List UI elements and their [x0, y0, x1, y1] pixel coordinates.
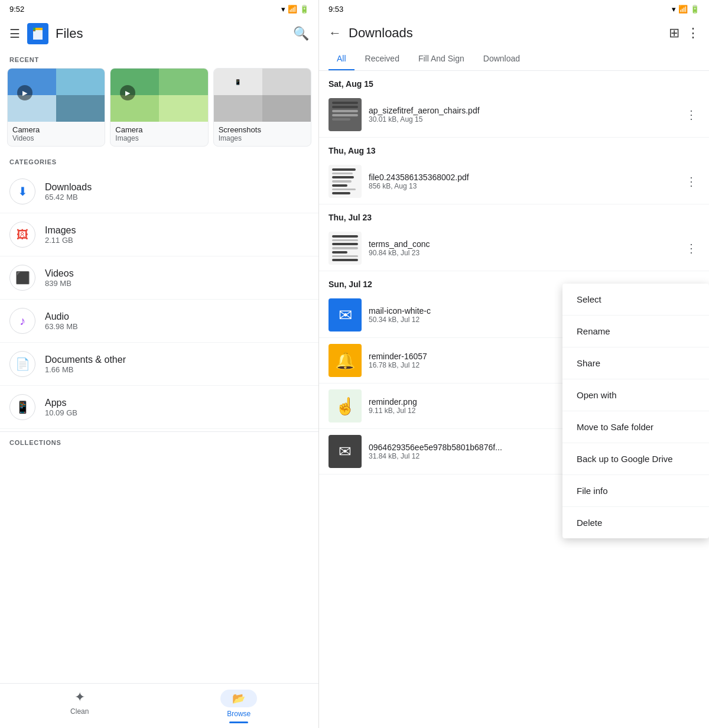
category-downloads[interactable]: ⬇ Downloads 65.42 MB: [0, 170, 318, 213]
right-status-bar: 9:53 ▾ 📶 🔋: [319, 0, 709, 18]
images-icon: 🖼: [17, 228, 28, 242]
file-meta-aeron: 30.01 kB, Aug 15: [369, 115, 676, 124]
tab-fill-and-sign[interactable]: Fill And Sign: [410, 48, 473, 70]
left-time: 9:52: [9, 5, 24, 14]
context-menu: Select Rename Share Open with Move to Sa…: [562, 284, 709, 538]
recent-card-screenshots[interactable]: 📱 Screenshots Images: [213, 68, 311, 147]
hamburger-icon[interactable]: ☰: [9, 27, 20, 41]
audio-size: 63.98 MB: [45, 322, 309, 331]
apps-name: Apps: [45, 398, 309, 408]
nav-item-browse[interactable]: 📂 Browse: [160, 684, 319, 728]
context-menu-delete[interactable]: Delete: [562, 507, 709, 538]
camera-videos-type: Videos: [12, 134, 100, 142]
camera-images-thumb: ▶: [110, 69, 207, 122]
tab-download[interactable]: Download: [475, 48, 528, 70]
category-documents[interactable]: 📄 Documents & other 1.66 MB: [0, 343, 318, 386]
right-header: ← Downloads ⊞ ⋮: [319, 18, 709, 48]
back-icon[interactable]: ←: [329, 25, 342, 41]
category-apps[interactable]: 📱 Apps 10.09 GB: [0, 386, 318, 429]
documents-icon-wrap: 📄: [9, 351, 35, 377]
mail-dark-icon: ✉: [339, 443, 352, 461]
camera-videos-info: Camera Videos: [8, 122, 105, 146]
tab-received[interactable]: Received: [357, 48, 408, 70]
apps-icon: 📱: [15, 400, 30, 414]
left-app-header: ☰ Files 🔍: [0, 18, 318, 51]
browse-nav-indicator: [229, 722, 248, 723]
videos-info: Videos 839 MB: [45, 268, 309, 288]
left-search-icon[interactable]: 🔍: [293, 26, 309, 41]
recent-card-camera-images[interactable]: ▶ Camera Images: [110, 68, 208, 147]
downloads-info: Downloads 65.42 MB: [45, 182, 309, 202]
file-thumb-terms: [329, 232, 362, 265]
file-item-aeron[interactable]: ap_sizefitref_aeron_chairs.pdf 30.01 kB,…: [319, 92, 709, 138]
category-images[interactable]: 🖼 Images 2.11 GB: [0, 213, 318, 256]
file-thumb-reminder-png: ☝: [329, 389, 362, 422]
bell-icon: 🔔: [335, 351, 356, 370]
hand-icon: ☝: [335, 396, 356, 416]
right-battery-icon: 🔋: [690, 5, 700, 14]
context-menu-move-safe[interactable]: Move to Safe folder: [562, 411, 709, 443]
divider: [0, 431, 318, 432]
app-logo: [27, 23, 48, 44]
videos-size: 839 MB: [45, 279, 309, 288]
downloads-name: Downloads: [45, 182, 309, 193]
browse-label: Browse: [227, 710, 251, 718]
clean-icon: ✦: [74, 690, 85, 705]
images-info: Images 2.11 GB: [45, 225, 309, 245]
file-meta-file0: 856 kB, Aug 13: [369, 182, 676, 190]
documents-icon: 📄: [15, 357, 30, 371]
audio-info: Audio 63.98 MB: [45, 311, 309, 331]
images-icon-wrap: 🖼: [9, 222, 35, 248]
file-name-terms: terms_and_conc: [369, 239, 676, 249]
audio-name: Audio: [45, 311, 309, 322]
apps-info: Apps 10.09 GB: [45, 398, 309, 417]
recent-grid: ▶ Camera Videos ▶ Camera Images: [0, 68, 318, 154]
category-videos[interactable]: ⬛ Videos 839 MB: [0, 256, 318, 300]
date-label-aug13: Thu, Aug 13: [319, 138, 709, 159]
apps-icon-wrap: 📱: [9, 394, 35, 420]
context-menu-file-info[interactable]: File info: [562, 475, 709, 507]
categories-label: CATEGORIES: [0, 154, 318, 170]
nav-item-clean[interactable]: ✦ Clean: [0, 684, 160, 728]
apps-size: 10.09 GB: [45, 408, 309, 417]
tabs-row: All Received Fill And Sign Download: [319, 48, 709, 71]
screenshots-thumb: 📱: [214, 69, 311, 122]
right-signal-icon: 📶: [678, 5, 688, 14]
recent-card-camera-videos[interactable]: ▶ Camera Videos: [7, 68, 105, 147]
documents-name: Documents & other: [45, 355, 309, 365]
browse-pill: 📂: [220, 690, 257, 707]
file-more-file0[interactable]: ⋮: [683, 172, 700, 191]
camera-images-type: Images: [115, 134, 203, 142]
context-menu-select[interactable]: Select: [562, 284, 709, 316]
context-menu-rename[interactable]: Rename: [562, 316, 709, 347]
camera-videos-name: Camera: [12, 125, 100, 134]
left-bottom-nav: ✦ Clean 📂 Browse: [0, 683, 318, 728]
more-options-icon[interactable]: ⋮: [687, 25, 700, 41]
images-size: 2.11 GB: [45, 236, 309, 245]
wifi-icon: ▾: [281, 5, 285, 14]
audio-icon-wrap: ♪: [9, 308, 35, 334]
file-more-terms[interactable]: ⋮: [683, 239, 700, 258]
signal-icon: 📶: [288, 5, 297, 14]
grid-view-icon[interactable]: ⊞: [669, 25, 679, 41]
context-menu-backup-drive[interactable]: Back up to Google Drive: [562, 443, 709, 475]
file-thumb-aeron: [329, 98, 362, 131]
videos-icon: ⬛: [15, 271, 30, 285]
date-label-jul23: Thu, Jul 23: [319, 204, 709, 226]
tab-all[interactable]: All: [329, 48, 354, 70]
file-more-aeron[interactable]: ⋮: [683, 105, 700, 124]
clean-label: Clean: [70, 707, 89, 716]
context-menu-share[interactable]: Share: [562, 347, 709, 379]
screenshots-name: Screenshots: [219, 125, 306, 134]
camera-images-name: Camera: [115, 125, 203, 134]
svg-marker-2: [35, 28, 43, 30]
context-menu-open-with[interactable]: Open with: [562, 379, 709, 411]
file-item-terms[interactable]: terms_and_conc 90.84 kB, Jul 23 ⋮: [319, 226, 709, 271]
right-title: Downloads: [349, 25, 662, 41]
file-item-file0[interactable]: file0.243586135368002.pdf 856 kB, Aug 13…: [319, 159, 709, 204]
category-audio[interactable]: ♪ Audio 63.98 MB: [0, 300, 318, 343]
left-status-icons: ▾ 📶 🔋: [281, 5, 309, 14]
file-name-aeron: ap_sizefitref_aeron_chairs.pdf: [369, 106, 676, 115]
file-info-terms: terms_and_conc 90.84 kB, Jul 23: [369, 239, 676, 257]
right-time: 9:53: [329, 5, 343, 14]
